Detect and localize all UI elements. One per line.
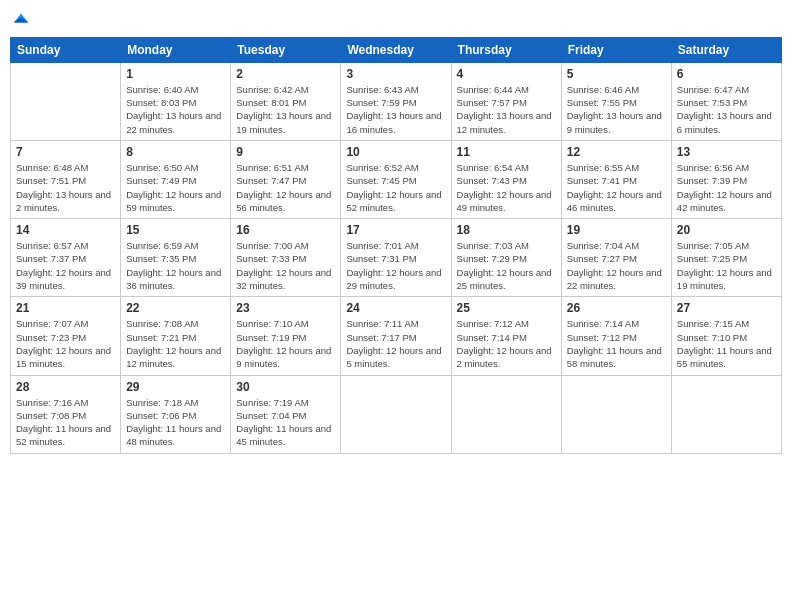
day-number: 27 (677, 301, 776, 315)
day-number: 10 (346, 145, 445, 159)
day-number: 2 (236, 67, 335, 81)
day-info: Sunrise: 7:18 AM Sunset: 7:06 PM Dayligh… (126, 396, 225, 449)
day-number: 6 (677, 67, 776, 81)
calendar-table: SundayMondayTuesdayWednesdayThursdayFrid… (10, 37, 782, 454)
day-info: Sunrise: 7:15 AM Sunset: 7:10 PM Dayligh… (677, 317, 776, 370)
day-number: 17 (346, 223, 445, 237)
calendar-cell: 15Sunrise: 6:59 AM Sunset: 7:35 PM Dayli… (121, 219, 231, 297)
day-info: Sunrise: 7:16 AM Sunset: 7:08 PM Dayligh… (16, 396, 115, 449)
calendar-cell: 3Sunrise: 6:43 AM Sunset: 7:59 PM Daylig… (341, 62, 451, 140)
calendar-cell: 10Sunrise: 6:52 AM Sunset: 7:45 PM Dayli… (341, 140, 451, 218)
header-day-friday: Friday (561, 37, 671, 62)
calendar-cell: 30Sunrise: 7:19 AM Sunset: 7:04 PM Dayli… (231, 375, 341, 453)
day-info: Sunrise: 6:43 AM Sunset: 7:59 PM Dayligh… (346, 83, 445, 136)
calendar-cell: 6Sunrise: 6:47 AM Sunset: 7:53 PM Daylig… (671, 62, 781, 140)
day-number: 19 (567, 223, 666, 237)
day-info: Sunrise: 6:59 AM Sunset: 7:35 PM Dayligh… (126, 239, 225, 292)
header-day-sunday: Sunday (11, 37, 121, 62)
calendar-cell: 27Sunrise: 7:15 AM Sunset: 7:10 PM Dayli… (671, 297, 781, 375)
calendar-cell: 14Sunrise: 6:57 AM Sunset: 7:37 PM Dayli… (11, 219, 121, 297)
day-info: Sunrise: 6:48 AM Sunset: 7:51 PM Dayligh… (16, 161, 115, 214)
calendar-cell: 2Sunrise: 6:42 AM Sunset: 8:01 PM Daylig… (231, 62, 341, 140)
day-info: Sunrise: 6:42 AM Sunset: 8:01 PM Dayligh… (236, 83, 335, 136)
calendar-cell: 21Sunrise: 7:07 AM Sunset: 7:23 PM Dayli… (11, 297, 121, 375)
calendar-cell: 25Sunrise: 7:12 AM Sunset: 7:14 PM Dayli… (451, 297, 561, 375)
header-day-tuesday: Tuesday (231, 37, 341, 62)
day-info: Sunrise: 6:40 AM Sunset: 8:03 PM Dayligh… (126, 83, 225, 136)
calendar-cell: 12Sunrise: 6:55 AM Sunset: 7:41 PM Dayli… (561, 140, 671, 218)
day-info: Sunrise: 7:03 AM Sunset: 7:29 PM Dayligh… (457, 239, 556, 292)
day-number: 22 (126, 301, 225, 315)
day-number: 30 (236, 380, 335, 394)
calendar-week-1: 1Sunrise: 6:40 AM Sunset: 8:03 PM Daylig… (11, 62, 782, 140)
header-day-saturday: Saturday (671, 37, 781, 62)
day-number: 16 (236, 223, 335, 237)
day-number: 12 (567, 145, 666, 159)
calendar-cell: 4Sunrise: 6:44 AM Sunset: 7:57 PM Daylig… (451, 62, 561, 140)
day-number: 1 (126, 67, 225, 81)
day-info: Sunrise: 6:55 AM Sunset: 7:41 PM Dayligh… (567, 161, 666, 214)
calendar-body: 1Sunrise: 6:40 AM Sunset: 8:03 PM Daylig… (11, 62, 782, 453)
calendar-week-5: 28Sunrise: 7:16 AM Sunset: 7:08 PM Dayli… (11, 375, 782, 453)
logo-icon (12, 10, 30, 28)
calendar-cell: 23Sunrise: 7:10 AM Sunset: 7:19 PM Dayli… (231, 297, 341, 375)
calendar-cell: 13Sunrise: 6:56 AM Sunset: 7:39 PM Dayli… (671, 140, 781, 218)
calendar-cell: 5Sunrise: 6:46 AM Sunset: 7:55 PM Daylig… (561, 62, 671, 140)
calendar-cell: 22Sunrise: 7:08 AM Sunset: 7:21 PM Dayli… (121, 297, 231, 375)
day-info: Sunrise: 6:44 AM Sunset: 7:57 PM Dayligh… (457, 83, 556, 136)
calendar-week-3: 14Sunrise: 6:57 AM Sunset: 7:37 PM Dayli… (11, 219, 782, 297)
calendar-cell: 8Sunrise: 6:50 AM Sunset: 7:49 PM Daylig… (121, 140, 231, 218)
day-number: 18 (457, 223, 556, 237)
day-info: Sunrise: 7:11 AM Sunset: 7:17 PM Dayligh… (346, 317, 445, 370)
header-day-wednesday: Wednesday (341, 37, 451, 62)
calendar-cell: 16Sunrise: 7:00 AM Sunset: 7:33 PM Dayli… (231, 219, 341, 297)
calendar-cell: 11Sunrise: 6:54 AM Sunset: 7:43 PM Dayli… (451, 140, 561, 218)
day-number: 13 (677, 145, 776, 159)
day-info: Sunrise: 7:07 AM Sunset: 7:23 PM Dayligh… (16, 317, 115, 370)
calendar-cell: 9Sunrise: 6:51 AM Sunset: 7:47 PM Daylig… (231, 140, 341, 218)
calendar-week-2: 7Sunrise: 6:48 AM Sunset: 7:51 PM Daylig… (11, 140, 782, 218)
calendar-cell (671, 375, 781, 453)
day-number: 11 (457, 145, 556, 159)
calendar-cell: 7Sunrise: 6:48 AM Sunset: 7:51 PM Daylig… (11, 140, 121, 218)
calendar-cell: 24Sunrise: 7:11 AM Sunset: 7:17 PM Dayli… (341, 297, 451, 375)
day-info: Sunrise: 7:08 AM Sunset: 7:21 PM Dayligh… (126, 317, 225, 370)
calendar-week-4: 21Sunrise: 7:07 AM Sunset: 7:23 PM Dayli… (11, 297, 782, 375)
day-info: Sunrise: 6:57 AM Sunset: 7:37 PM Dayligh… (16, 239, 115, 292)
logo-text (10, 10, 30, 33)
calendar-cell (451, 375, 561, 453)
day-number: 20 (677, 223, 776, 237)
day-number: 28 (16, 380, 115, 394)
day-number: 23 (236, 301, 335, 315)
day-info: Sunrise: 7:19 AM Sunset: 7:04 PM Dayligh… (236, 396, 335, 449)
day-number: 14 (16, 223, 115, 237)
calendar-cell: 26Sunrise: 7:14 AM Sunset: 7:12 PM Dayli… (561, 297, 671, 375)
header-day-monday: Monday (121, 37, 231, 62)
calendar-cell: 1Sunrise: 6:40 AM Sunset: 8:03 PM Daylig… (121, 62, 231, 140)
day-number: 15 (126, 223, 225, 237)
day-info: Sunrise: 6:47 AM Sunset: 7:53 PM Dayligh… (677, 83, 776, 136)
day-info: Sunrise: 7:12 AM Sunset: 7:14 PM Dayligh… (457, 317, 556, 370)
day-number: 4 (457, 67, 556, 81)
day-info: Sunrise: 7:10 AM Sunset: 7:19 PM Dayligh… (236, 317, 335, 370)
calendar-cell: 17Sunrise: 7:01 AM Sunset: 7:31 PM Dayli… (341, 219, 451, 297)
calendar-cell (561, 375, 671, 453)
day-number: 24 (346, 301, 445, 315)
calendar-cell (11, 62, 121, 140)
day-info: Sunrise: 6:46 AM Sunset: 7:55 PM Dayligh… (567, 83, 666, 136)
day-info: Sunrise: 6:54 AM Sunset: 7:43 PM Dayligh… (457, 161, 556, 214)
day-number: 29 (126, 380, 225, 394)
day-number: 26 (567, 301, 666, 315)
day-info: Sunrise: 7:14 AM Sunset: 7:12 PM Dayligh… (567, 317, 666, 370)
calendar-cell: 29Sunrise: 7:18 AM Sunset: 7:06 PM Dayli… (121, 375, 231, 453)
day-number: 3 (346, 67, 445, 81)
day-info: Sunrise: 6:52 AM Sunset: 7:45 PM Dayligh… (346, 161, 445, 214)
day-info: Sunrise: 7:01 AM Sunset: 7:31 PM Dayligh… (346, 239, 445, 292)
header-day-thursday: Thursday (451, 37, 561, 62)
day-info: Sunrise: 6:56 AM Sunset: 7:39 PM Dayligh… (677, 161, 776, 214)
day-number: 7 (16, 145, 115, 159)
day-number: 8 (126, 145, 225, 159)
day-number: 25 (457, 301, 556, 315)
calendar-cell (341, 375, 451, 453)
calendar-cell: 18Sunrise: 7:03 AM Sunset: 7:29 PM Dayli… (451, 219, 561, 297)
